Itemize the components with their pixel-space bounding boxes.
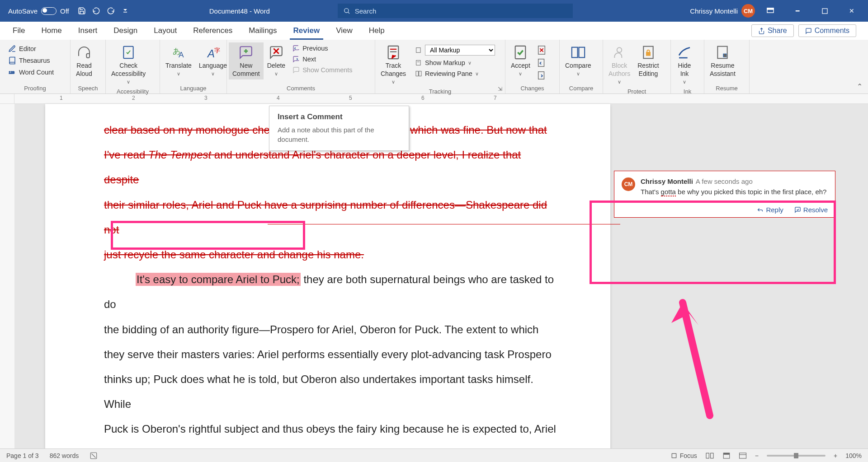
- save-icon[interactable]: [75, 4, 89, 18]
- tab-mailings[interactable]: Mailings: [241, 22, 285, 40]
- word-count-button[interactable]: 123Word Count: [5, 67, 57, 78]
- show-comments-button: Show Comments: [289, 65, 356, 75]
- tab-review[interactable]: Review: [285, 22, 328, 40]
- comment-time: A few seconds ago: [696, 177, 753, 185]
- block-authors-icon: [611, 44, 627, 61]
- language-icon: A字: [205, 44, 221, 61]
- editor-button[interactable]: Editor: [5, 43, 57, 54]
- svg-rect-21: [416, 61, 420, 65]
- compare-button[interactable]: Compare: [561, 42, 595, 79]
- markup-dropdown[interactable]: All Markup: [411, 43, 499, 57]
- title-right: Chrissy Montelli CM ━ ✕: [690, 0, 868, 22]
- collapse-ribbon-icon[interactable]: ⌃: [857, 82, 863, 91]
- read-mode-icon[interactable]: [705, 452, 714, 459]
- hide-ink-button[interactable]: Hide Ink: [673, 42, 696, 87]
- ribbon: Editor Thesaurus 123Word Count Proofing …: [0, 40, 868, 94]
- svg-rect-41: [672, 453, 676, 457]
- thesaurus-icon: [8, 56, 16, 65]
- compare-icon: [570, 44, 586, 61]
- print-layout-icon[interactable]: [722, 452, 731, 459]
- reply-icon: [757, 206, 764, 213]
- svg-text:字: 字: [214, 47, 220, 54]
- restrict-editing-button[interactable]: Restrict Editing: [634, 42, 662, 79]
- svg-text:A: A: [179, 50, 184, 59]
- zoom-out-button[interactable]: −: [755, 452, 759, 459]
- autosave-label: AutoSave: [8, 7, 38, 15]
- comment-card[interactable]: CM Chrissy MontelliA few seconds ago Tha…: [614, 171, 835, 218]
- user-name[interactable]: Chrissy Montelli: [690, 7, 738, 15]
- prev-change-button[interactable]: [534, 57, 549, 69]
- tooltip-title: Insert a Comment: [278, 112, 401, 121]
- previous-comment-button[interactable]: Previous: [289, 43, 356, 53]
- user-avatar[interactable]: CM: [741, 4, 755, 18]
- tab-home[interactable]: Home: [33, 22, 70, 40]
- editor-icon: [8, 45, 16, 53]
- share-button[interactable]: Share: [751, 24, 794, 37]
- svg-rect-44: [739, 453, 746, 458]
- zoom-level[interactable]: 100%: [845, 452, 862, 459]
- search-input[interactable]: Search: [338, 4, 573, 18]
- ribbon-tabs: File Home Insert Design Layout Reference…: [0, 22, 868, 40]
- thesaurus-button[interactable]: Thesaurus: [5, 55, 57, 66]
- tracking-launcher-icon[interactable]: ⇲: [498, 86, 502, 92]
- read-aloud-button[interactable]: Read Aloud: [72, 42, 96, 79]
- resume-assistant-button[interactable]: inResume Assistant: [706, 42, 739, 79]
- tab-help[interactable]: Help: [361, 22, 393, 40]
- focus-button[interactable]: Focus: [670, 452, 697, 459]
- comments-icon: [805, 28, 812, 34]
- maximize-button[interactable]: [813, 0, 836, 22]
- tab-view[interactable]: View: [328, 22, 361, 40]
- next-comment-button[interactable]: Next: [289, 54, 356, 64]
- reply-button[interactable]: Reply: [757, 206, 783, 214]
- delete-comment-button[interactable]: Delete: [264, 42, 289, 79]
- restrict-icon: [640, 44, 656, 61]
- svg-rect-20: [416, 48, 420, 53]
- show-markup-button[interactable]: Show Markup: [411, 58, 499, 68]
- language-button[interactable]: A字Language: [195, 42, 231, 79]
- accept-button[interactable]: Accept: [507, 42, 534, 79]
- resolve-button[interactable]: Resolve: [794, 206, 828, 214]
- group-label-speech: Speech: [72, 84, 104, 93]
- web-layout-icon[interactable]: [739, 452, 747, 459]
- redo-icon[interactable]: [104, 4, 118, 18]
- tab-references[interactable]: References: [185, 22, 241, 40]
- block-authors-button[interactable]: Block Authors: [605, 42, 634, 87]
- svg-text:A: A: [207, 47, 215, 60]
- zoom-in-button[interactable]: +: [834, 452, 837, 459]
- document-area: clear based on my monologue chewhich was…: [0, 104, 868, 457]
- reject-button[interactable]: [534, 44, 549, 56]
- comments-button[interactable]: Comments: [798, 24, 856, 37]
- ribbon-display-icon[interactable]: [759, 0, 782, 22]
- comment-connector: [268, 224, 620, 224]
- minimize-button[interactable]: ━: [786, 0, 809, 22]
- page-indicator[interactable]: Page 1 of 3: [6, 452, 39, 459]
- svg-line-40: [92, 453, 96, 457]
- horizontal-ruler: 1 2 3 4 5 6 7: [0, 94, 868, 104]
- translate-button[interactable]: あATranslate: [162, 42, 195, 79]
- tab-design[interactable]: Design: [105, 22, 146, 40]
- undo-icon[interactable]: [89, 4, 104, 18]
- svg-rect-31: [572, 47, 578, 58]
- tab-layout[interactable]: Layout: [146, 22, 185, 40]
- accept-icon: [512, 44, 528, 61]
- group-label-compare: Compare: [561, 84, 601, 93]
- document-page[interactable]: clear based on my monologue chewhich was…: [45, 104, 610, 457]
- tab-insert[interactable]: Insert: [70, 22, 106, 40]
- check-accessibility-button[interactable]: Check Accessibility: [108, 42, 149, 87]
- zoom-slider[interactable]: [767, 455, 826, 457]
- reviewing-pane-icon: [415, 70, 422, 77]
- new-comment-button[interactable]: New Comment: [229, 42, 264, 79]
- tooltip-desc: Add a note about this part of the docume…: [278, 125, 401, 144]
- autosave-toggle[interactable]: AutoSave Off: [0, 7, 75, 15]
- customize-qat-icon[interactable]: [118, 4, 132, 18]
- close-button[interactable]: ✕: [840, 0, 863, 22]
- track-changes-button[interactable]: Track Changes: [377, 42, 410, 87]
- tab-file[interactable]: File: [5, 22, 33, 40]
- document-body[interactable]: clear based on my monologue chewhich was…: [104, 117, 556, 462]
- word-count-indicator[interactable]: 862 words: [50, 452, 79, 459]
- reviewing-pane-button[interactable]: Reviewing Pane: [411, 69, 499, 79]
- commented-text[interactable]: It's easy to compare Ariel to Puck;: [136, 273, 301, 286]
- read-aloud-icon: [76, 44, 92, 61]
- proofing-indicator[interactable]: [90, 452, 98, 460]
- next-change-button[interactable]: [534, 70, 549, 81]
